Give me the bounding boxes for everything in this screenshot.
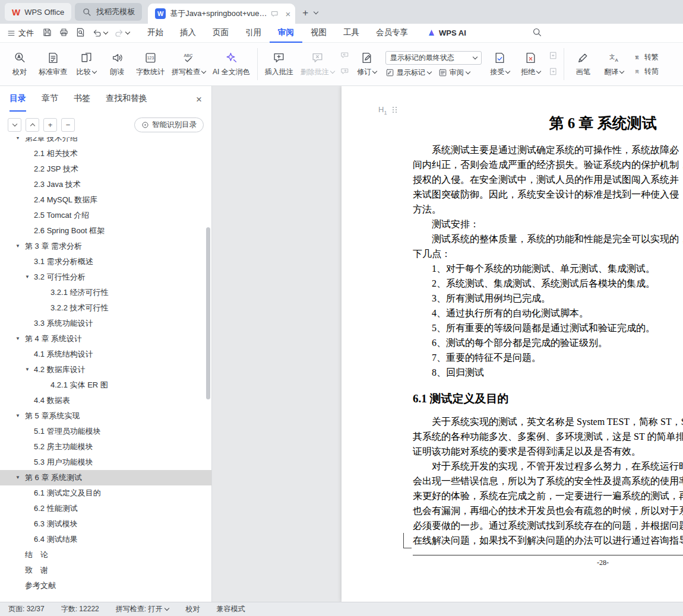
insert-comment-button[interactable]: 插入批注: [262, 45, 296, 83]
toc-item[interactable]: ▼ 2.6 Spring Boot 框架: [0, 223, 211, 239]
toc-item[interactable]: ▼ 4.1 系统结构设计: [0, 347, 211, 362]
print-button[interactable]: [59, 27, 69, 39]
collapse-all-button[interactable]: [8, 118, 21, 132]
toc-item[interactable]: ▼ 2.4 MySQL 数据库: [0, 192, 211, 208]
read-aloud-button[interactable]: 朗读: [102, 45, 132, 83]
drag-handle-icon[interactable]: [393, 107, 397, 113]
sidebar-tab[interactable]: 目录: [10, 87, 26, 112]
save-button[interactable]: [42, 27, 52, 39]
toc-item[interactable]: ▼ 4.2.1 实体 ER 图: [0, 377, 211, 393]
toc-item[interactable]: ▼ 第2章 技术介绍: [0, 137, 211, 146]
toc-expand-arrow-icon[interactable]: ▼: [25, 367, 30, 372]
sidebar-scrollbar[interactable]: [206, 227, 210, 399]
sidebar-tab[interactable]: 书签: [74, 87, 90, 112]
menu-tab[interactable]: 工具: [335, 24, 368, 43]
toc-item[interactable]: ▼ 致 谢: [0, 563, 211, 578]
proofread-button[interactable]: 校对: [5, 45, 34, 83]
accept-button[interactable]: 接受: [485, 45, 515, 83]
status-proofread[interactable]: 校对: [185, 604, 200, 614]
menu-tab[interactable]: 会员专享: [368, 24, 416, 43]
print-preview-button[interactable]: [75, 27, 86, 39]
translate-button[interactable]: 文A 翻译: [599, 45, 629, 83]
to-simplified-button[interactable]: 简 转简: [633, 66, 659, 77]
toc-item[interactable]: ▼ 2.5 Tomcat 介绍: [0, 208, 211, 223]
toc-item[interactable]: ▼ 2.1 相关技术: [0, 146, 211, 161]
toc-expand-arrow-icon[interactable]: ▼: [15, 413, 20, 418]
menu-tab[interactable]: 页面: [204, 24, 237, 43]
to-traditional-button[interactable]: 繁 转繁: [633, 52, 659, 62]
standard-review-button[interactable]: 标准审查: [36, 45, 70, 83]
toc-item[interactable]: ▼ 第 4 章 系统设计: [0, 331, 211, 347]
compare-button[interactable]: 比较: [71, 45, 101, 83]
tab-document[interactable]: W 基于Java+springboot+vue… ×: [148, 4, 295, 24]
smart-recognize-toc-button[interactable]: 智能识别目录: [134, 118, 204, 132]
previous-comment-button[interactable]: [340, 51, 349, 62]
undo-button[interactable]: [92, 28, 107, 38]
wps-ai-button[interactable]: WPS AI: [427, 28, 466, 37]
document-page[interactable]: H1 第 6 章 系统测试 系统测试主要是通过测试确定系统的可操作性，系统故障必…: [342, 86, 683, 602]
tab-list-chevron-icon[interactable]: [314, 9, 318, 14]
status-page-indicator[interactable]: 页面: 32/37: [8, 604, 45, 614]
menu-tab[interactable]: 审阅: [270, 24, 302, 43]
markup-state-dropdown[interactable]: 显示标记的最终状态: [385, 51, 482, 65]
ai-polish-button[interactable]: AI 全文润色: [210, 45, 253, 83]
spell-check-button[interactable]: ABC 拼写检查: [169, 45, 208, 83]
toc-item[interactable]: ▼ 6.1 测试定义及目的: [0, 485, 211, 501]
reject-button[interactable]: 拒绝: [516, 45, 546, 83]
search-button[interactable]: [532, 27, 542, 39]
toc-item[interactable]: ▼ 3.2.1 经济可行性: [0, 285, 211, 300]
toc-item[interactable]: ▼ 3.3 系统功能设计: [0, 316, 211, 331]
menu-tab[interactable]: 视图: [302, 24, 335, 43]
close-tab-icon[interactable]: ×: [285, 9, 290, 18]
sidebar-tab[interactable]: 查找和替换: [106, 87, 147, 112]
heading-level-icon[interactable]: H1: [378, 105, 387, 116]
word-count-button[interactable]: 123 字数统计: [133, 45, 167, 83]
new-tab-button[interactable]: +: [302, 8, 308, 18]
toc-item[interactable]: ▼ 3.2 可行性分析: [0, 269, 211, 285]
toc-item[interactable]: ▼ 第 5 章系统实现: [0, 408, 211, 424]
toc-expand-arrow-icon[interactable]: ▼: [15, 243, 20, 249]
toc-expand-arrow-icon[interactable]: ▼: [15, 475, 20, 480]
toc-item[interactable]: ▼ 结 论: [0, 547, 211, 563]
zoom-in-outline-button[interactable]: +: [43, 118, 57, 132]
previous-change-button[interactable]: [549, 51, 558, 62]
menu-tab[interactable]: 开始: [139, 24, 172, 43]
toc-item[interactable]: ▼ 第 3 章 需求分析: [0, 239, 211, 254]
review-pane-button[interactable]: 审阅: [438, 68, 470, 78]
toc-expand-arrow-icon[interactable]: ▼: [15, 336, 20, 341]
toc-item[interactable]: ▼ 5.2 房主功能模块: [0, 439, 211, 455]
status-spell-check[interactable]: 拼写检查: 打开: [116, 604, 169, 614]
toc-item[interactable]: ▼ 3.2.2 技术可行性: [0, 300, 211, 316]
menu-tab[interactable]: 引用: [237, 24, 270, 43]
toc-item[interactable]: ▼ 5.1 管理员功能模块: [0, 424, 211, 439]
toc-item[interactable]: ▼ 2.3 Java 技术: [0, 177, 211, 192]
expand-all-button[interactable]: [26, 118, 39, 132]
toc-expand-arrow-icon[interactable]: ▼: [15, 137, 20, 141]
sidebar-tab[interactable]: 章节: [42, 87, 58, 112]
next-change-button[interactable]: [549, 67, 558, 78]
toc-expand-arrow-icon[interactable]: ▼: [25, 274, 30, 280]
toc-item[interactable]: ▼ 2.2 JSP 技术: [0, 161, 211, 177]
redo-button[interactable]: [114, 28, 129, 38]
toc-item[interactable]: ▼ 第 6 章 系统测试: [0, 470, 211, 485]
next-comment-button[interactable]: [340, 67, 349, 78]
toc-item[interactable]: ▼ 4.4 数据表: [0, 393, 211, 408]
brush-button[interactable]: 画笔: [568, 45, 598, 83]
menu-tab[interactable]: 插入: [172, 24, 204, 43]
toc-item[interactable]: ▼ 6.3 测试模块: [0, 516, 211, 532]
toc-item[interactable]: ▼ 6.4 测试结果: [0, 532, 211, 547]
status-compat-mode[interactable]: 兼容模式: [216, 604, 245, 614]
file-menu-button[interactable]: 文件: [7, 28, 34, 39]
track-changes-button[interactable]: 修订: [352, 45, 382, 83]
toc-item[interactable]: ▼ 4.2 数据库设计: [0, 362, 211, 377]
tab-template-store[interactable]: 找稻壳模板: [75, 3, 142, 21]
undo-chevron-icon[interactable]: [103, 30, 108, 34]
toc-item[interactable]: ▼ 6.2 性能测试: [0, 501, 211, 516]
toc-item[interactable]: ▼ 参考文献: [0, 578, 211, 593]
redo-chevron-icon[interactable]: [125, 30, 130, 34]
tab-wps-office[interactable]: W WPS Office: [5, 3, 71, 21]
zoom-out-outline-button[interactable]: −: [61, 118, 75, 132]
toc-item[interactable]: ▼ 3.1 需求分析概述: [0, 254, 211, 269]
status-word-count[interactable]: 字数: 12222: [61, 604, 99, 614]
show-markup-button[interactable]: 显示标记: [385, 68, 431, 78]
